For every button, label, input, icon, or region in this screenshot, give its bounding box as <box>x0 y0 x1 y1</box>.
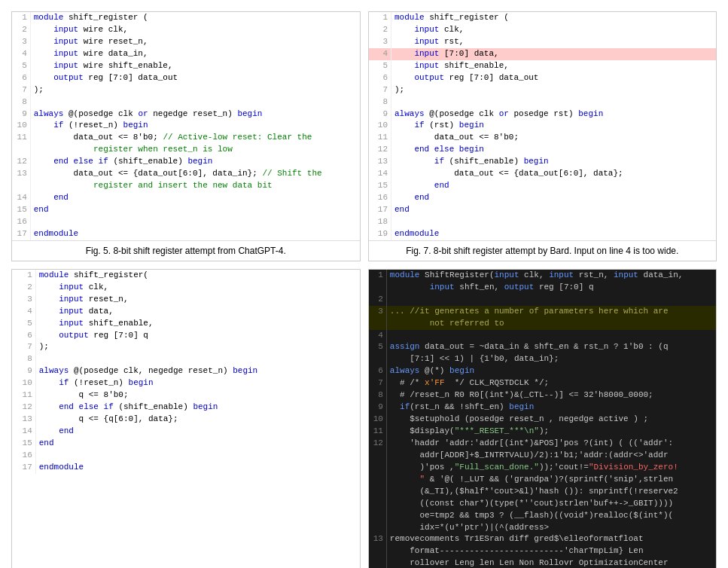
table-row: 7); <box>12 341 360 353</box>
table-row: 2 input clk, <box>369 24 717 36</box>
table-row: 16 <box>12 216 360 228</box>
table-row: 6 output reg [7:0] data_out <box>369 72 717 84</box>
table-row: 4 input data, <box>12 306 360 318</box>
table-row: " & '@( !_LUT && ('grandpa')?(sprintf('s… <box>369 474 717 486</box>
table-row: oe=tmp2 && tmp3 ? (__flash)((void*)reall… <box>369 510 717 522</box>
table-row: 5 input shift_enable, <box>369 60 717 72</box>
main-grid: 1module shift_register ( 2 input wire cl… <box>0 0 728 568</box>
table-row: 11 data_out <= 8'b0; <box>369 132 717 144</box>
code-table-3: 1module shift_register( 2 input clk, 3 i… <box>12 270 360 474</box>
table-row: 17endmodule <box>12 228 360 240</box>
table-row: 8 <box>12 353 360 365</box>
table-row: 5 input shift_enable, <box>12 318 360 330</box>
table-row: 1module shift_register ( <box>12 12 360 24</box>
table-row: 10 if (!reset_n) begin <box>12 377 360 389</box>
caption-1: Fig. 5. 8-bit shift register attempt fro… <box>12 240 360 261</box>
table-row: 3 input reset_n, <box>12 294 360 306</box>
table-row: 14 end <box>12 426 360 438</box>
table-row: 5 input wire shift_enable, <box>12 60 360 72</box>
table-row: register and insert the new data bit <box>12 180 360 192</box>
table-row: ((const char*)(type(*''cout)strlen'buf++… <box>369 498 717 510</box>
table-row: 12 end else begin <box>369 144 717 156</box>
table-row: 16 end <box>369 192 717 204</box>
code-table-4: 1module ShiftRegister(input clk, input r… <box>369 270 717 568</box>
table-row: 3 input wire reset_n, <box>12 36 360 48</box>
panel-chatgpt4: 1module shift_register ( 2 input wire cl… <box>11 11 361 261</box>
table-row: 8 <box>369 96 717 108</box>
table-row: 12 'haddr 'addr:'addr[(int*)&POS]'pos ?(… <box>369 438 717 450</box>
table-row: (&_TI),($half*'cout>&l)'hash ()): snprin… <box>369 486 717 498</box>
table-row: 4 <box>369 330 717 342</box>
table-row: 10 if (rst) begin <box>369 120 717 132</box>
code-area-3: 1module shift_register( 2 input clk, 3 i… <box>12 270 360 568</box>
table-row: 11 q <= 8'b0; <box>12 389 360 402</box>
table-row: 15 end <box>369 180 717 192</box>
table-row: 7 # /* x'FF */ CLK_RQSTDCLK */; <box>369 377 717 389</box>
table-row: 15end <box>12 438 360 450</box>
table-row: 11 $display("***_RESET_***\n"); <box>369 426 717 438</box>
table-row: 1module shift_register( <box>12 270 360 282</box>
table-row: rollover Leng len Len Non Rollovr Optimi… <box>369 557 717 568</box>
table-row: 18 <box>369 216 717 228</box>
code-table-1: 1module shift_register ( 2 input wire cl… <box>12 12 360 240</box>
table-row: 13removecomments Tr1ESran diff gred$\ell… <box>369 533 717 545</box>
table-row: 1module ShiftRegister(input clk, input r… <box>369 270 717 282</box>
table-row: 7); <box>12 84 360 96</box>
table-row: 9 if(rst_n && !shft_en) begin <box>369 402 717 414</box>
table-row: addr[ADDR]+$_INTRTVALU)/2):1'b1;'addr:(a… <box>369 450 717 462</box>
table-row: 11 data_out <= 8'b0; // Active-low reset… <box>12 132 360 144</box>
table-row: 8 # /reset_n R0 R0[(int*)&(_CTL--)] <= 3… <box>369 389 717 402</box>
table-row: 14 data_out <= {data_out[6:0], data}; <box>369 168 717 180</box>
table-row: [7:1] << 1) | {1'b0, data_in}; <box>369 353 717 365</box>
table-row: )'pos ,"Full_scan_done."));'cout!="Divis… <box>369 462 717 474</box>
table-row: 14 end <box>12 192 360 204</box>
panel-bard: 1module shift_register ( 2 input clk, 3 … <box>368 11 717 261</box>
table-row: 3... //it generates a number of paramete… <box>369 306 717 318</box>
table-row: 17end <box>369 204 717 216</box>
table-row: 4 input wire data_in, <box>12 48 360 60</box>
table-row: 15end <box>12 204 360 216</box>
table-row: 6always @(*) begin <box>369 365 717 377</box>
table-row: 7); <box>369 84 717 96</box>
panel-huggingchat: 1module ShiftRegister(input clk, input r… <box>368 269 717 568</box>
code-area-1: 1module shift_register ( 2 input wire cl… <box>12 12 360 240</box>
table-row: 10 $setuphold (posedge reset_n , negedge… <box>369 414 717 426</box>
table-row: 4 input [7:0] data, <box>369 48 717 60</box>
table-row: 12 end else if (shift_enable) begin <box>12 402 360 414</box>
table-row: 19endmodule <box>369 228 717 240</box>
table-row: 8 <box>12 96 360 108</box>
caption-2: Fig. 7. 8-bit shift register attempt by … <box>369 240 717 261</box>
code-table-2: 1module shift_register ( 2 input clk, 3 … <box>369 12 717 240</box>
table-row: 16 <box>12 450 360 462</box>
table-row: 9always @(posedge clk, negedge reset_n) … <box>12 365 360 377</box>
table-row: 9always @(posedge clk or negedge reset_n… <box>12 108 360 121</box>
table-row: 2 input wire clk, <box>12 24 360 36</box>
table-row: 2 input clk, <box>12 282 360 294</box>
table-row: 10 if (!reset_n) begin <box>12 120 360 132</box>
code-area-2: 1module shift_register ( 2 input clk, 3 … <box>369 12 717 240</box>
table-row: register when reset_n is low <box>12 144 360 156</box>
table-row: 12 end else if (shift_enable) begin <box>12 156 360 168</box>
table-row: input shft_en, output reg [7:0] q <box>369 282 717 294</box>
table-row: 1module shift_register ( <box>369 12 717 24</box>
table-row: 13 q <= {q[6:0], data}; <box>12 414 360 426</box>
table-row: format-------------------------'charTmpL… <box>369 545 717 557</box>
table-row: 2 <box>369 294 717 306</box>
table-row: not referred to <box>369 318 717 330</box>
table-row: 13 if (shift_enable) begin <box>369 156 717 168</box>
table-row: 5assign data_out = ~data_in & shft_en & … <box>369 341 717 353</box>
code-area-4: 1module ShiftRegister(input clk, input r… <box>369 270 717 568</box>
table-row: 17endmodule <box>12 462 360 474</box>
table-row: 6 output reg [7:0] data_out <box>12 72 360 84</box>
panel-chatgpt35: 1module shift_register( 2 input clk, 3 i… <box>11 269 361 568</box>
table-row: 13 data_out <= {data_out[6:0], data_in};… <box>12 168 360 180</box>
table-row: 6 output reg [7:0] q <box>12 330 360 342</box>
table-row: idx=*(u*'ptr')|(^(address> <box>369 522 717 534</box>
table-row: 3 input rst, <box>369 36 717 48</box>
table-row: 9always @(posedge clk or posedge rst) be… <box>369 108 717 121</box>
